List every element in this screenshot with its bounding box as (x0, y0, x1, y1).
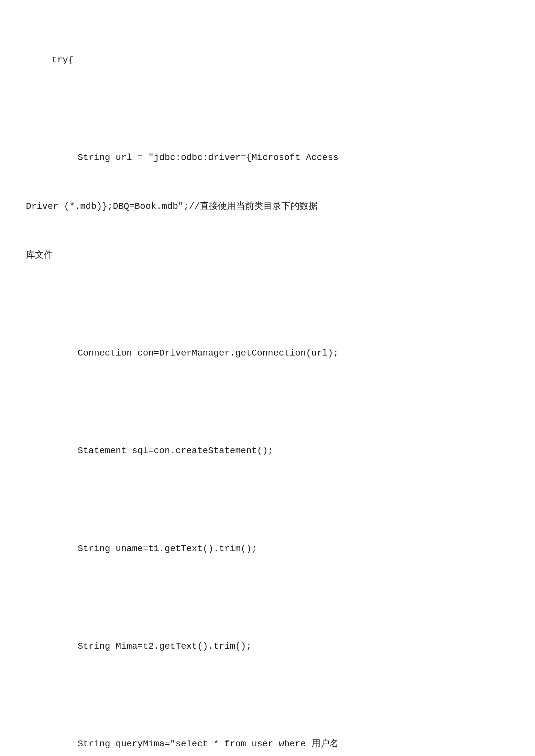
code-line: String queryMima=″select * from user whe… (26, 736, 509, 752)
code-line: Driver (*.mdb)};DBQ=Book.mdb″;//直接使用当前类目… (26, 199, 509, 215)
blank-line (26, 589, 509, 606)
code-line: Connection con=DriverManager.getConnecti… (26, 345, 509, 361)
code-line: String Mima=t2.getText().trim(); (26, 638, 509, 655)
code-line: 库文件 (26, 247, 509, 263)
code-line: Statement sql=con.createStatement(); (26, 443, 509, 459)
blank-line (26, 101, 509, 117)
blank-line (26, 296, 509, 312)
code-content: try{ String url = ″jdbc:odbc:driver={Mic… (26, 19, 509, 756)
blank-line (26, 492, 509, 508)
code-line: String uname=t1.getText().trim(); (26, 541, 509, 557)
blank-line (26, 687, 509, 703)
blank-line (26, 394, 509, 410)
code-line: String url = ″jdbc:odbc:driver={Microsof… (26, 149, 509, 166)
code-line: try{ (26, 52, 509, 68)
